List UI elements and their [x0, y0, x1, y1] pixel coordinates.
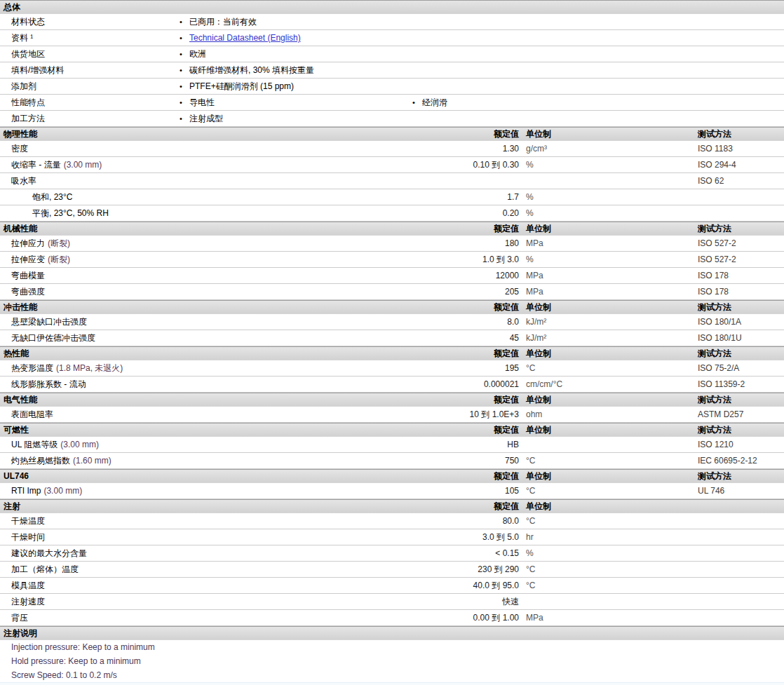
- rated-value: 205: [295, 284, 519, 299]
- unit: MPa: [519, 236, 691, 251]
- rated-value: 105: [295, 483, 519, 499]
- row-flexural-strength: 弯曲强度 205 MPa ISO 178: [0, 284, 784, 300]
- unit: °C: [519, 513, 691, 529]
- section-title: 物理性能: [0, 128, 295, 140]
- row-label: 线形膨胀系数 - 流动: [11, 379, 86, 389]
- section-title: 电气性能: [0, 393, 295, 406]
- rated-value: 0.10 到 0.30: [295, 157, 519, 172]
- row-label: 热变形温度: [11, 363, 53, 373]
- rated-value: 1.30: [295, 141, 519, 156]
- column-header-unit: 单位制: [519, 222, 691, 235]
- row-condition: (3.00 mm): [60, 440, 99, 449]
- section-header-flammability: 可燃性 额定值 单位制 测试方法: [0, 423, 784, 437]
- bullet-text: 欧洲: [189, 49, 206, 59]
- unit: °C: [519, 562, 691, 577]
- column-header-test-method: 测试方法: [691, 128, 784, 140]
- row-label: 供货地区: [0, 46, 180, 62]
- column-header-test-method: 测试方法: [691, 423, 784, 436]
- column-header-rated-value: 额定值: [295, 128, 519, 140]
- bullet-text: 经润滑: [422, 97, 447, 107]
- column-header-unit: 单位制: [519, 500, 691, 513]
- section-header-injection: 注射 额定值 单位制: [0, 499, 784, 513]
- note-injection-pressure: Injection pressure: Keep to a minimum: [0, 640, 784, 654]
- column-header-rated-value: 额定值: [295, 470, 519, 482]
- test-method: ASTM D257: [691, 407, 784, 422]
- section-header-general: 总体: [0, 0, 784, 14]
- row-documents: 资料 ¹ •Technical Datasheet (English): [0, 30, 784, 46]
- bullet-text: PTFE+硅酮润滑剂 (15 ppm): [189, 81, 294, 91]
- row-condition: (3.00 mm): [64, 160, 102, 170]
- row-clte-flow: 线形膨胀系数 - 流动 0.000021 cm/cm/°C ISO 11359-…: [0, 377, 784, 393]
- unit: °C: [519, 483, 691, 499]
- row-label: 收缩率 - 流量: [11, 160, 61, 170]
- row-mold-temp: 模具温度 40.0 到 95.0 °C: [0, 578, 784, 594]
- row-label: 拉伸应变: [11, 255, 45, 264]
- bullet-icon: •: [180, 30, 189, 46]
- row-filler: 填料/增强材料 •碳纤维增强材料, 30% 填料按重量: [0, 62, 784, 79]
- row-surface-resistivity: 表面电阻率 10 到 1.0E+3 ohm ASTM D257: [0, 407, 784, 423]
- row-label: 注射速度: [11, 597, 45, 606]
- unit: %: [519, 545, 691, 561]
- row-label: 密度: [11, 144, 28, 154]
- unit: MPa: [519, 268, 691, 283]
- technical-datasheet-link[interactable]: Technical Datasheet (English): [189, 33, 301, 43]
- unit: %: [519, 205, 691, 221]
- rated-value: 快速: [295, 594, 519, 609]
- bullet-icon: •: [180, 14, 189, 29]
- row-label: 表面电阻率: [11, 409, 53, 419]
- row-mold-shrinkage: 收缩率 - 流量(3.00 mm) 0.10 到 0.30 % ISO 294-…: [0, 157, 784, 173]
- row-condition: (1.8 MPa, 未退火): [56, 363, 123, 373]
- row-condition: (断裂): [48, 238, 70, 248]
- bullet-icon: •: [180, 46, 189, 62]
- column-header-unit: 单位制: [519, 347, 691, 360]
- section-header-impact: 冲击性能 额定值 单位制 测试方法: [0, 300, 784, 314]
- unit: cm/cm/°C: [519, 377, 691, 392]
- column-header-rated-value: 额定值: [295, 500, 519, 513]
- rated-value: 12000: [295, 268, 519, 283]
- column-header-unit: 单位制: [519, 393, 691, 406]
- column-header-unit: 单位制: [519, 470, 691, 482]
- rated-value: 3.0 到 5.0: [295, 529, 519, 545]
- row-melt-temp: 加工（熔体）温度 230 到 290 °C: [0, 562, 784, 578]
- row-water-absorption: 吸水率 ISO 62: [0, 173, 784, 189]
- rated-value: 45: [295, 330, 519, 346]
- column-header-rated-value: 额定值: [295, 301, 519, 313]
- section-header-ul746: UL746 额定值 单位制 测试方法: [0, 469, 784, 483]
- column-header-rated-value: 额定值: [295, 222, 519, 235]
- column-header-unit: 单位制: [519, 301, 691, 313]
- row-label: 吸水率: [11, 176, 36, 186]
- row-drying-temp: 干燥温度 80.0 °C: [0, 513, 784, 529]
- row-label: 填料/增强材料: [0, 62, 180, 78]
- bullet-text: 导电性: [189, 97, 215, 107]
- unit: %: [519, 252, 691, 267]
- row-glow-wire-flammability-index: 灼热丝易燃指数(1.60 mm) 750 °C IEC 60695-2-12: [0, 453, 784, 469]
- test-method: ISO 180/1A: [691, 314, 784, 330]
- test-method: ISO 1183: [691, 141, 784, 156]
- test-method: ISO 178: [691, 268, 784, 283]
- bullet-icon: •: [180, 62, 189, 78]
- test-method: ISO 75-2/A: [691, 360, 784, 376]
- row-availability: 供货地区 •欧洲: [0, 46, 784, 62]
- row-additive: 添加剂 •PTFE+硅酮润滑剂 (15 ppm): [0, 79, 784, 95]
- rated-value: 750: [295, 453, 519, 468]
- rated-value: 230 到 290: [295, 562, 519, 577]
- rated-value: 0.00 到 1.00: [295, 610, 519, 625]
- rated-value: 1.7: [295, 189, 519, 205]
- row-label: 灼热丝易燃指数: [11, 456, 70, 466]
- column-header-rated-value: 额定值: [295, 393, 519, 406]
- unit: °C: [519, 578, 691, 593]
- row-label: 弯曲强度: [11, 287, 45, 297]
- row-label: RTI Imp: [11, 486, 41, 496]
- test-method: ISO 11359-2: [691, 377, 784, 392]
- unit: MPa: [519, 284, 691, 299]
- rated-value: 195: [295, 360, 519, 376]
- test-method: ISO 62: [691, 173, 784, 189]
- column-header-test-method: 测试方法: [691, 347, 784, 360]
- row-label: 加工方法: [0, 111, 180, 126]
- row-condition: (1.60 mm): [73, 456, 111, 466]
- rated-value: 10 到 1.0E+3: [295, 407, 519, 422]
- bullet-icon: •: [180, 111, 189, 126]
- column-header-rated-value: 额定值: [295, 347, 519, 360]
- column-header-unit: 单位制: [519, 128, 691, 140]
- column-header-rated-value: 额定值: [295, 423, 519, 436]
